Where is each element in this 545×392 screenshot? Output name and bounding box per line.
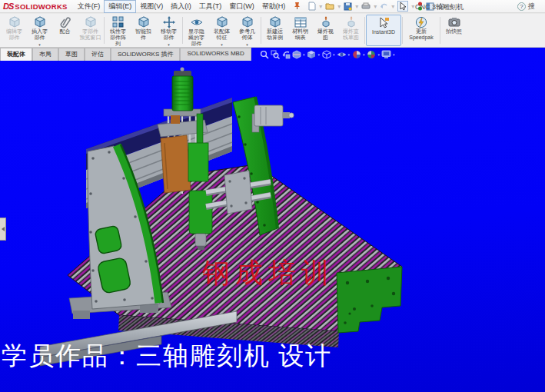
ribbon-instant3d[interactable]: Instant3D (366, 15, 401, 46)
previous-view-icon[interactable] (281, 49, 291, 59)
tab-evaluate[interactable]: 评估 (85, 48, 111, 61)
ribbon-insert-component[interactable]: 插入零部件▾ (27, 15, 52, 46)
search-hint: 搜 (528, 2, 535, 12)
menu-view[interactable]: 视图(V) (136, 1, 167, 12)
zoom-fit-icon[interactable] (259, 49, 269, 59)
undo-icon[interactable] (380, 2, 388, 10)
help-icon[interactable]: ? (517, 2, 526, 11)
ribbon-assembly-features[interactable]: 装配体特征▾ (209, 15, 234, 46)
ribbon-show-hidden-components[interactable]: 显示隐藏的零部件 (184, 15, 209, 46)
ribbon-mate[interactable]: 配合 (52, 15, 78, 46)
ribbon-new-motion-study[interactable]: 新建运动算例 (262, 15, 287, 46)
ribbon-smart-fasteners[interactable]: 智能扣件 (131, 15, 156, 46)
ds-logo-icon: DS (3, 2, 13, 11)
solidworks-window: DS SOLIDWORKS 文件(F) 编辑(E) 视图(V) 插入(I) 工具… (0, 0, 545, 392)
apply-scene-icon[interactable] (367, 49, 377, 59)
copper-plate (161, 135, 191, 193)
ribbon-edit-component[interactable]: 编辑零部件 (2, 15, 27, 46)
zoom-area-icon[interactable] (270, 49, 280, 59)
reference-geometry-icon (241, 16, 254, 28)
feature-manager-collapsed-tab[interactable] (0, 218, 6, 241)
ribbon-linear-pattern[interactable]: 线性零部件阵列 (105, 15, 131, 46)
z-axis-assembly (158, 68, 271, 251)
copper-block (171, 115, 180, 124)
ribbon-component-preview[interactable]: 零部件预览窗口 (78, 15, 103, 46)
ribbon-separator (104, 17, 105, 44)
tab-layout[interactable]: 布局 (32, 48, 58, 61)
hide-show-items-icon[interactable] (337, 49, 347, 59)
mate-icon (58, 16, 72, 28)
tab-solidworks-addins[interactable]: SOLIDWORKS 插件 (111, 48, 180, 61)
menu-help[interactable]: 帮助(H) (258, 1, 290, 12)
menu-insert[interactable]: 插入(I) (167, 1, 195, 12)
motion-study-icon (268, 16, 282, 28)
smart-fasteners-icon (137, 16, 151, 28)
menu-edit[interactable]: 编辑(E) (104, 0, 136, 13)
section-view-icon[interactable] (291, 49, 301, 59)
tab-assembly[interactable]: 装配体 (0, 48, 32, 61)
ribbon-separator (261, 17, 261, 44)
collapse-arrow-icon (2, 227, 5, 231)
edit-component-icon (8, 16, 22, 28)
bearing-block (224, 171, 252, 214)
ribbon-reference-geometry[interactable]: 参考几何体▾ (234, 15, 260, 46)
help-zone[interactable]: ? 搜 (517, 2, 545, 12)
z-motor (172, 68, 193, 111)
ribbon-bill-of-materials[interactable]: 材料明细表 (287, 15, 313, 46)
carriage-top-plate (158, 120, 208, 137)
z-rail-bar (197, 114, 203, 148)
tab-sketch[interactable]: 草图 (58, 48, 85, 61)
linear-pattern-icon (111, 16, 125, 28)
table-bed-surface (68, 164, 402, 331)
x-axis-rods (206, 181, 271, 207)
assembly-features-icon (215, 16, 229, 28)
move-component-icon (162, 16, 176, 28)
caption-text: 学员作品：三轴雕刻机 设计 (2, 339, 332, 374)
plate-cutouts (95, 225, 131, 294)
show-hidden-icon (190, 16, 204, 28)
z-motor-mount (164, 109, 201, 116)
ribbon-explode-line-sketch[interactable]: 爆炸直线草图 (338, 15, 364, 46)
new-document-icon[interactable] (308, 2, 316, 11)
table-end-plate (337, 267, 402, 333)
right-gantry-plate (233, 97, 294, 235)
pushpin-icon[interactable] (294, 2, 301, 11)
ribbon-move-component[interactable]: 移动零部件▾ (156, 15, 181, 46)
update-speedpak-icon (414, 16, 428, 28)
document-title: CNC 3轴雕刻机 (415, 2, 464, 12)
ribbon-separator (182, 17, 183, 44)
edit-appearance-icon[interactable] (351, 49, 361, 59)
select-cursor-icon[interactable] (397, 1, 408, 12)
save-icon[interactable] (344, 2, 352, 11)
graphics-area[interactable]: ▾ ▾ ▾ ▾ ▾ ▾ ▾ (0, 48, 545, 392)
view-orientation-icon[interactable] (307, 49, 317, 59)
snapshot-icon (447, 16, 461, 28)
ribbon-separator (440, 17, 440, 44)
watermark-text: 钢成培训 (202, 254, 334, 292)
ribbon-take-snapshot[interactable]: 拍快照 (441, 15, 467, 46)
command-manager-tabs: 装配体 布局 草图 评估 SOLIDWORKS 插件 SOLIDWORKS MB… (0, 48, 251, 61)
menu-window[interactable]: 窗口(W) (225, 1, 258, 12)
ribbon-update-speedpak[interactable]: 更新Speedpak (404, 15, 439, 46)
bom-icon (294, 16, 307, 28)
open-icon[interactable] (325, 2, 334, 10)
print-icon[interactable] (361, 2, 371, 10)
exploded-view-icon (319, 16, 333, 28)
menu-file[interactable]: 文件(F) (74, 1, 105, 12)
z-slide-block (188, 143, 208, 181)
view-settings-icon[interactable] (381, 49, 391, 59)
insert-component-icon (33, 16, 47, 28)
solidworks-logo: DS SOLIDWORKS (0, 2, 74, 11)
display-style-icon[interactable] (321, 49, 331, 59)
gantry-beam (86, 98, 232, 208)
plate-screws (89, 151, 154, 303)
title-bar: DS SOLIDWORKS 文件(F) 编辑(E) 视图(V) 插入(I) 工具… (0, 0, 545, 13)
spindle-holder (189, 191, 212, 250)
x-axis-motor (252, 105, 294, 132)
ribbon-separator (402, 17, 403, 44)
left-plate-foot (69, 292, 171, 314)
instant3d-icon (377, 17, 390, 29)
tab-solidworks-mbd[interactable]: SOLIDWORKS MBD (180, 48, 251, 61)
menu-tools[interactable]: 工具(T) (195, 1, 226, 12)
ribbon-exploded-view[interactable]: 爆炸视图 (313, 15, 338, 46)
